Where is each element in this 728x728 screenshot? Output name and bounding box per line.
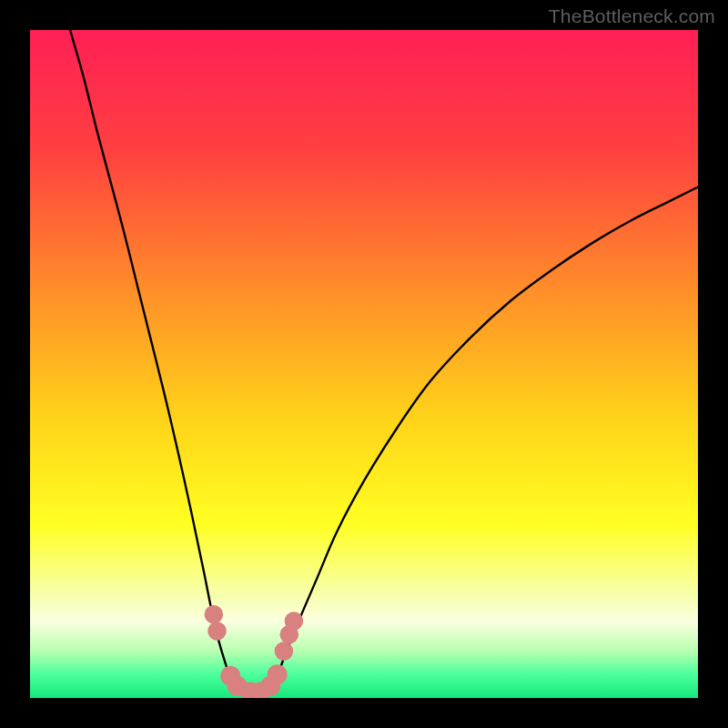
chart-frame: TheBottleneck.com (0, 0, 728, 728)
heatmap-background (30, 30, 698, 698)
svg-rect-0 (30, 30, 698, 698)
watermark-text: TheBottleneck.com (549, 5, 715, 27)
plot-area (30, 30, 698, 698)
